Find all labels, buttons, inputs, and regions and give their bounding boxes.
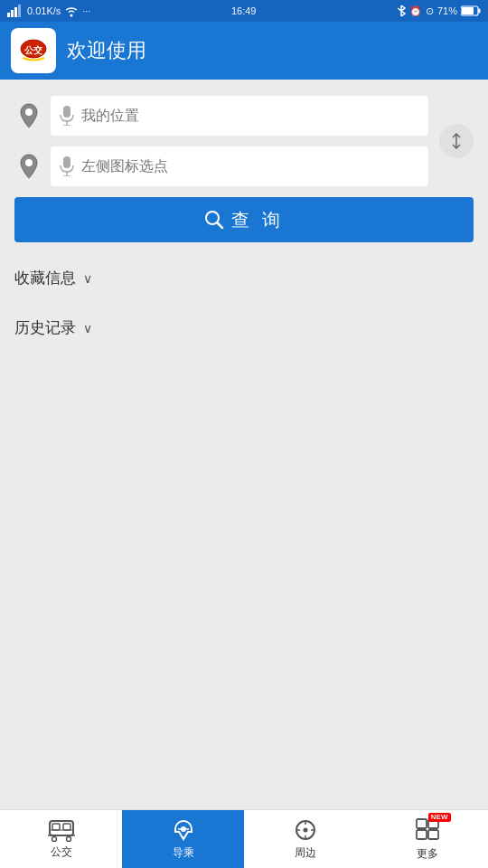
svg-rect-1: [11, 10, 14, 17]
status-bar: 0.01K/s ··· 16:49 ⏰ ⊙ 71%: [0, 0, 488, 22]
route-inputs-wrapper: [14, 96, 474, 186]
from-location-icon-wrap: [14, 103, 43, 128]
tab-bar: 公交 导乘 周边: [0, 809, 488, 868]
alarm-icon: ⏰: [409, 5, 422, 17]
guide-icon: [171, 817, 196, 843]
history-title: 历史记录: [14, 317, 76, 338]
time-label: 16:49: [231, 5, 257, 16]
svg-rect-0: [7, 13, 10, 17]
svg-point-11: [25, 108, 33, 116]
history-header[interactable]: 历史记录 ∨: [14, 314, 474, 342]
svg-rect-16: [63, 156, 70, 168]
favorites-title: 收藏信息: [14, 268, 76, 288]
query-button[interactable]: 查 询: [14, 197, 474, 242]
svg-rect-22: [52, 824, 60, 830]
status-left: 0.01K/s ···: [7, 5, 90, 17]
svg-point-30: [303, 828, 307, 833]
to-mic-icon[interactable]: [60, 156, 74, 176]
svg-point-4: [70, 14, 73, 16]
battery-label: 71%: [437, 5, 457, 16]
tab-nearby-label: 周边: [295, 845, 316, 861]
svg-rect-38: [428, 830, 438, 839]
favorites-section: 收藏信息 ∨: [14, 264, 474, 292]
svg-rect-7: [478, 9, 480, 14]
svg-line-20: [217, 222, 222, 228]
tab-guide-label: 导乘: [173, 845, 194, 861]
history-chevron-icon: ∨: [83, 321, 92, 335]
history-section: 历史记录 ∨: [14, 314, 474, 342]
svg-text:公交: 公交: [23, 45, 43, 55]
header-title: 欢迎使用: [67, 37, 146, 64]
to-input-row: [14, 146, 428, 186]
ring-icon: ⊙: [426, 5, 434, 17]
more-icon: NEW: [415, 816, 440, 844]
svg-rect-2: [14, 7, 17, 17]
tab-bus[interactable]: 公交: [0, 810, 122, 868]
favorites-header[interactable]: 收藏信息 ∨: [14, 264, 474, 292]
tab-nearby[interactable]: 周边: [244, 810, 366, 868]
svg-rect-23: [63, 824, 70, 830]
svg-rect-6: [462, 7, 474, 14]
svg-rect-3: [18, 5, 21, 17]
bus-icon: [48, 818, 75, 842]
from-input-box[interactable]: [51, 96, 428, 136]
to-pin-icon: [19, 154, 39, 179]
tab-guide[interactable]: 导乘: [122, 810, 244, 868]
main-content: 查 询 收藏信息 ∨ 历史记录 ∨: [0, 80, 488, 809]
svg-rect-35: [417, 819, 427, 828]
more-badge: NEW: [428, 813, 451, 822]
speed-label: 0.01K/s: [27, 5, 61, 16]
svg-point-27: [66, 837, 70, 842]
status-right: ⏰ ⊙ 71%: [397, 5, 481, 17]
tab-bus-label: 公交: [51, 844, 72, 860]
app-logo: 公交: [11, 28, 56, 73]
from-mic-icon[interactable]: [60, 106, 74, 126]
svg-rect-12: [63, 106, 70, 118]
nearby-icon: [293, 817, 318, 843]
query-label: 查 询: [231, 208, 284, 232]
favorites-chevron-icon: ∨: [83, 271, 92, 286]
svg-rect-37: [417, 830, 427, 839]
wifi-icon: [64, 5, 79, 17]
swap-button[interactable]: [439, 124, 474, 158]
app-header: 公交 欢迎使用: [0, 22, 488, 80]
bluetooth-icon: [397, 5, 406, 17]
dots-icon: ···: [82, 5, 90, 16]
tab-more[interactable]: NEW 更多: [366, 810, 488, 868]
signal-icon: [7, 5, 23, 17]
to-input[interactable]: [81, 158, 419, 175]
svg-point-26: [52, 837, 56, 842]
tab-more-label: 更多: [417, 846, 438, 862]
from-input[interactable]: [81, 108, 419, 124]
to-location-icon-wrap: [14, 154, 43, 179]
from-pin-icon: [19, 103, 39, 128]
from-input-row: [14, 96, 428, 136]
svg-point-15: [25, 159, 33, 166]
battery-icon: [461, 5, 481, 16]
to-input-box[interactable]: [51, 146, 428, 186]
